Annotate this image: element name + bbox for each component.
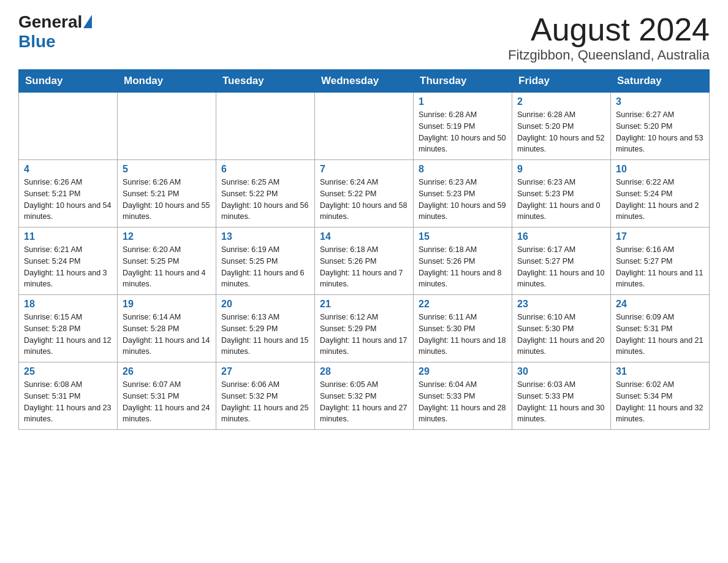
day-info: Sunrise: 6:17 AMSunset: 5:27 PMDaylight:… — [517, 244, 605, 290]
day-of-week-header: Saturday — [611, 70, 710, 93]
page-title: August 2024 — [508, 12, 710, 47]
day-number: 8 — [419, 164, 507, 175]
calendar-cell: 13Sunrise: 6:19 AMSunset: 5:25 PMDayligh… — [216, 228, 315, 295]
day-number: 17 — [616, 231, 704, 242]
days-of-week-row: SundayMondayTuesdayWednesdayThursdayFrid… — [19, 70, 710, 93]
day-info: Sunrise: 6:26 AMSunset: 5:21 PMDaylight:… — [123, 177, 211, 223]
logo: General Blue — [18, 12, 92, 52]
calendar-week-row: 11Sunrise: 6:21 AMSunset: 5:24 PMDayligh… — [19, 228, 710, 295]
day-info: Sunrise: 6:28 AMSunset: 5:20 PMDaylight:… — [517, 109, 605, 155]
day-of-week-header: Wednesday — [315, 70, 414, 93]
calendar-cell: 20Sunrise: 6:13 AMSunset: 5:29 PMDayligh… — [216, 295, 315, 362]
calendar-cell: 9Sunrise: 6:23 AMSunset: 5:23 PMDaylight… — [512, 160, 611, 228]
page-header: General Blue August 2024 Fitzgibbon, Que… — [18, 12, 710, 63]
calendar-cell: 25Sunrise: 6:08 AMSunset: 5:31 PMDayligh… — [19, 362, 118, 430]
day-info: Sunrise: 6:09 AMSunset: 5:31 PMDaylight:… — [616, 312, 704, 358]
day-info: Sunrise: 6:22 AMSunset: 5:24 PMDaylight:… — [616, 177, 704, 223]
day-info: Sunrise: 6:11 AMSunset: 5:30 PMDaylight:… — [419, 312, 507, 358]
calendar-cell: 22Sunrise: 6:11 AMSunset: 5:30 PMDayligh… — [414, 295, 512, 362]
day-info: Sunrise: 6:20 AMSunset: 5:25 PMDaylight:… — [123, 244, 211, 290]
page-subtitle: Fitzgibbon, Queensland, Australia — [508, 47, 710, 63]
calendar-cell — [315, 93, 414, 160]
day-info: Sunrise: 6:07 AMSunset: 5:31 PMDaylight:… — [123, 379, 211, 425]
day-number: 22 — [419, 299, 507, 310]
day-number: 26 — [123, 366, 211, 377]
day-info: Sunrise: 6:27 AMSunset: 5:20 PMDaylight:… — [616, 109, 704, 155]
calendar-cell: 30Sunrise: 6:03 AMSunset: 5:33 PMDayligh… — [512, 362, 611, 430]
calendar-header: SundayMondayTuesdayWednesdayThursdayFrid… — [19, 70, 710, 93]
day-info: Sunrise: 6:02 AMSunset: 5:34 PMDaylight:… — [616, 379, 704, 425]
day-of-week-header: Sunday — [19, 70, 118, 93]
day-info: Sunrise: 6:23 AMSunset: 5:23 PMDaylight:… — [517, 177, 605, 223]
calendar-cell: 29Sunrise: 6:04 AMSunset: 5:33 PMDayligh… — [414, 362, 512, 430]
day-info: Sunrise: 6:24 AMSunset: 5:22 PMDaylight:… — [320, 177, 408, 223]
day-info: Sunrise: 6:05 AMSunset: 5:32 PMDaylight:… — [320, 379, 408, 425]
day-info: Sunrise: 6:03 AMSunset: 5:33 PMDaylight:… — [517, 379, 605, 425]
calendar-cell: 21Sunrise: 6:12 AMSunset: 5:29 PMDayligh… — [315, 295, 414, 362]
day-info: Sunrise: 6:25 AMSunset: 5:22 PMDaylight:… — [221, 177, 309, 223]
calendar-cell: 11Sunrise: 6:21 AMSunset: 5:24 PMDayligh… — [19, 228, 118, 295]
calendar-table: SundayMondayTuesdayWednesdayThursdayFrid… — [18, 69, 710, 430]
calendar-cell: 17Sunrise: 6:16 AMSunset: 5:27 PMDayligh… — [611, 228, 710, 295]
title-block: August 2024 Fitzgibbon, Queensland, Aust… — [508, 12, 710, 63]
day-info: Sunrise: 6:13 AMSunset: 5:29 PMDaylight:… — [221, 312, 309, 358]
day-info: Sunrise: 6:23 AMSunset: 5:23 PMDaylight:… — [419, 177, 507, 223]
calendar-week-row: 1Sunrise: 6:28 AMSunset: 5:19 PMDaylight… — [19, 93, 710, 160]
logo-general-text: General — [18, 12, 82, 32]
day-number: 13 — [221, 231, 309, 242]
calendar-week-row: 25Sunrise: 6:08 AMSunset: 5:31 PMDayligh… — [19, 362, 710, 430]
calendar-cell: 18Sunrise: 6:15 AMSunset: 5:28 PMDayligh… — [19, 295, 118, 362]
day-number: 1 — [419, 96, 507, 107]
day-number: 21 — [320, 299, 408, 310]
day-number: 20 — [221, 299, 309, 310]
day-info: Sunrise: 6:15 AMSunset: 5:28 PMDaylight:… — [24, 312, 112, 358]
day-number: 2 — [517, 96, 605, 107]
day-number: 15 — [419, 231, 507, 242]
calendar-cell: 16Sunrise: 6:17 AMSunset: 5:27 PMDayligh… — [512, 228, 611, 295]
day-number: 29 — [419, 366, 507, 377]
logo-blue-text: Blue — [18, 32, 56, 52]
day-info: Sunrise: 6:16 AMSunset: 5:27 PMDaylight:… — [616, 244, 704, 290]
day-number: 11 — [24, 231, 112, 242]
day-number: 12 — [123, 231, 211, 242]
calendar-cell: 8Sunrise: 6:23 AMSunset: 5:23 PMDaylight… — [414, 160, 512, 228]
day-of-week-header: Tuesday — [216, 70, 315, 93]
day-number: 14 — [320, 231, 408, 242]
day-info: Sunrise: 6:08 AMSunset: 5:31 PMDaylight:… — [24, 379, 112, 425]
day-number: 9 — [517, 164, 605, 175]
calendar-cell: 27Sunrise: 6:06 AMSunset: 5:32 PMDayligh… — [216, 362, 315, 430]
day-info: Sunrise: 6:06 AMSunset: 5:32 PMDaylight:… — [221, 379, 309, 425]
day-number: 18 — [24, 299, 112, 310]
calendar-cell: 31Sunrise: 6:02 AMSunset: 5:34 PMDayligh… — [611, 362, 710, 430]
calendar-cell: 24Sunrise: 6:09 AMSunset: 5:31 PMDayligh… — [611, 295, 710, 362]
day-info: Sunrise: 6:18 AMSunset: 5:26 PMDaylight:… — [419, 244, 507, 290]
calendar-cell: 19Sunrise: 6:14 AMSunset: 5:28 PMDayligh… — [118, 295, 216, 362]
day-info: Sunrise: 6:04 AMSunset: 5:33 PMDaylight:… — [419, 379, 507, 425]
calendar-cell: 3Sunrise: 6:27 AMSunset: 5:20 PMDaylight… — [611, 93, 710, 160]
day-number: 25 — [24, 366, 112, 377]
calendar-cell: 14Sunrise: 6:18 AMSunset: 5:26 PMDayligh… — [315, 228, 414, 295]
day-info: Sunrise: 6:14 AMSunset: 5:28 PMDaylight:… — [123, 312, 211, 358]
calendar-cell: 10Sunrise: 6:22 AMSunset: 5:24 PMDayligh… — [611, 160, 710, 228]
calendar-cell: 23Sunrise: 6:10 AMSunset: 5:30 PMDayligh… — [512, 295, 611, 362]
calendar-cell — [216, 93, 315, 160]
day-info: Sunrise: 6:28 AMSunset: 5:19 PMDaylight:… — [419, 109, 507, 155]
day-number: 16 — [517, 231, 605, 242]
day-number: 31 — [616, 366, 704, 377]
calendar-cell: 26Sunrise: 6:07 AMSunset: 5:31 PMDayligh… — [118, 362, 216, 430]
calendar-cell — [118, 93, 216, 160]
calendar-cell: 5Sunrise: 6:26 AMSunset: 5:21 PMDaylight… — [118, 160, 216, 228]
calendar-cell: 12Sunrise: 6:20 AMSunset: 5:25 PMDayligh… — [118, 228, 216, 295]
calendar-cell: 7Sunrise: 6:24 AMSunset: 5:22 PMDaylight… — [315, 160, 414, 228]
calendar-cell — [19, 93, 118, 160]
day-info: Sunrise: 6:18 AMSunset: 5:26 PMDaylight:… — [320, 244, 408, 290]
day-number: 30 — [517, 366, 605, 377]
day-number: 3 — [616, 96, 704, 107]
day-number: 19 — [123, 299, 211, 310]
day-info: Sunrise: 6:10 AMSunset: 5:30 PMDaylight:… — [517, 312, 605, 358]
day-number: 7 — [320, 164, 408, 175]
calendar-body: 1Sunrise: 6:28 AMSunset: 5:19 PMDaylight… — [19, 93, 710, 430]
day-info: Sunrise: 6:21 AMSunset: 5:24 PMDaylight:… — [24, 244, 112, 290]
calendar-cell: 15Sunrise: 6:18 AMSunset: 5:26 PMDayligh… — [414, 228, 512, 295]
day-number: 10 — [616, 164, 704, 175]
